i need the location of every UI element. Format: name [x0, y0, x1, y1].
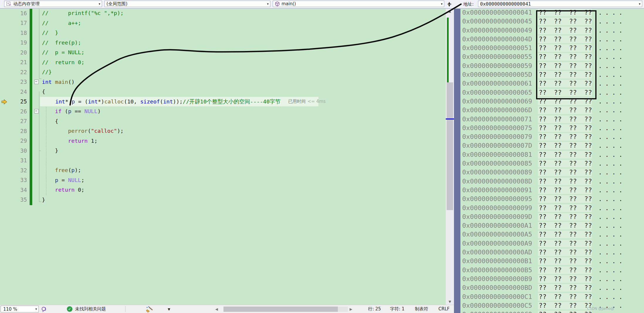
memory-bytes[interactable]: ?? ?? ?? ?? [538, 44, 592, 52]
status-tabs-indicator[interactable]: 制表符 [415, 306, 428, 312]
scroll-right-icon[interactable]: ▶ [350, 307, 352, 311]
code-text[interactable]: // printf("%c ",*p); [40, 8, 123, 18]
memory-bytes[interactable]: ?? ?? ?? ?? [538, 142, 592, 149]
code-text[interactable]: // a++; [40, 18, 81, 28]
memory-row[interactable]: 0x0000000000000069?? ?? ?? ??.... [460, 97, 644, 106]
memory-row[interactable]: 0x0000000000000099?? ?? ?? ??.... [460, 204, 644, 212]
code-line-32[interactable]: 32 free(p); [0, 165, 446, 175]
memory-row[interactable]: 0x00000000000000C5?? ?? ?? ??.... [460, 301, 644, 310]
code-line-30[interactable]: 30 } [0, 146, 446, 156]
code-line-34[interactable]: 34 return 0; [0, 185, 446, 195]
memory-row[interactable]: 0x0000000000000071?? ?? ?? ??.... [460, 115, 644, 124]
code-line-31[interactable]: 31 [0, 156, 446, 166]
memory-bytes[interactable]: ?? ?? ?? ?? [538, 257, 592, 265]
memory-row[interactable]: 0x0000000000000051?? ?? ?? ??.... [460, 44, 644, 52]
code-line-25[interactable]: 25 int* p = (int*)calloc(10, sizeof(int)… [0, 97, 446, 107]
memory-bytes[interactable]: ?? ?? ?? ?? [538, 35, 592, 43]
memory-bytes[interactable]: ?? ?? ?? ?? [538, 18, 592, 25]
code-text[interactable]: // p = NULL; [40, 47, 84, 57]
breakpoint-margin[interactable] [0, 185, 9, 195]
address-combobox[interactable]: 0x0000000000000041 ▾ [478, 1, 642, 7]
memory-row[interactable]: 0x00000000000000B5?? ?? ?? ??.... [460, 266, 644, 275]
memory-row[interactable]: 0x0000000000000075?? ?? ?? ??.... [460, 124, 644, 132]
memory-row[interactable]: 0x000000000000007D?? ?? ?? ??.... [460, 141, 644, 150]
zoom-level-dropdown[interactable]: 110 % ▾ [1, 306, 39, 312]
status-eol-indicator[interactable]: CRLF [438, 306, 450, 312]
code-line-24[interactable]: 24{ [0, 87, 446, 97]
code-text[interactable]: p = NULL; [40, 175, 84, 185]
window-splitter[interactable] [454, 0, 460, 313]
memory-row[interactable]: 0x0000000000000091?? ?? ?? ??.... [460, 186, 644, 195]
code-cleanup-caret-icon[interactable]: ▼ [168, 307, 170, 311]
memory-row[interactable]: 0x000000000000004D?? ?? ?? ??.... [460, 35, 644, 44]
code-line-19[interactable]: 19// free(p); [0, 38, 446, 48]
code-line-23[interactable]: 23int main() [0, 77, 446, 87]
memory-row[interactable]: 0x00000000000000BD?? ?? ?? ??.... [460, 283, 644, 292]
memory-row[interactable]: 0x0000000000000041?? ?? ?? ??.... [460, 8, 644, 17]
code-line-27[interactable]: 27 { [0, 116, 446, 126]
scope-dropdown[interactable]: (全局范围) ▾ [104, 1, 270, 7]
scroll-left-icon[interactable]: ◀ [215, 307, 218, 311]
memory-bytes[interactable]: ?? ?? ?? ?? [538, 266, 592, 274]
memory-row[interactable]: 0x0000000000000079?? ?? ?? ??.... [460, 132, 644, 141]
memory-bytes[interactable]: ?? ?? ?? ?? [538, 240, 592, 247]
memory-bytes[interactable]: ?? ?? ?? ?? [538, 222, 592, 229]
breakpoint-margin[interactable] [0, 87, 9, 97]
breakpoint-margin[interactable] [0, 195, 9, 205]
code-line-29[interactable]: 29 return 1; [0, 136, 446, 146]
horizontal-scrollbar-thumb[interactable] [223, 307, 338, 312]
code-text[interactable]: // return 0; [40, 57, 84, 67]
scroll-down-icon[interactable]: ▼ [446, 300, 454, 304]
memory-bytes[interactable]: ?? ?? ?? ?? [538, 195, 592, 203]
memory-row[interactable]: 0x0000000000000081?? ?? ?? ??.... [460, 150, 644, 159]
breakpoint-margin[interactable] [0, 106, 9, 116]
code-line-28[interactable]: 28 perror("calloc"); [0, 126, 446, 136]
code-text[interactable]: return 1; [40, 136, 97, 146]
perf-tip[interactable]: 已用时间<= 4ms [288, 99, 326, 104]
memory-row[interactable]: 0x0000000000000045?? ?? ?? ??.... [460, 17, 644, 26]
code-text[interactable]: // } [40, 28, 58, 38]
memory-bytes[interactable]: ?? ?? ?? ?? [538, 249, 592, 256]
memory-bytes[interactable]: ?? ?? ?? ?? [538, 9, 592, 16]
memory-bytes[interactable]: ?? ?? ?? ?? [538, 275, 592, 283]
code-line-35[interactable]: 35} [0, 195, 446, 205]
memory-bytes[interactable]: ?? ?? ?? ?? [538, 62, 592, 70]
memory-bytes[interactable]: ?? ?? ?? ?? [538, 80, 592, 87]
memory-bytes[interactable]: ?? ?? ?? ?? [538, 151, 592, 159]
memory-bytes[interactable]: ?? ?? ?? ?? [538, 53, 592, 61]
memory-bytes[interactable]: ?? ?? ?? ?? [538, 213, 592, 221]
memory-row[interactable]: 0x0000000000000059?? ?? ?? ??.... [460, 62, 644, 70]
memory-row[interactable]: 0x00000000000000B1?? ?? ?? ??.... [460, 257, 644, 266]
memory-window[interactable]: 0x0000000000000041?? ?? ?? ??....0x00000… [460, 8, 644, 313]
editor-vertical-scrollbar[interactable]: ▲ ▼ [446, 8, 454, 305]
memory-bytes[interactable]: ?? ?? ?? ?? [538, 311, 592, 313]
memory-row[interactable]: 0x00000000000000A1?? ?? ?? ??.... [460, 221, 644, 230]
collapse-box-icon[interactable] [34, 80, 39, 84]
code-line-18[interactable]: 18// } [0, 28, 446, 38]
memory-bytes[interactable]: ?? ?? ?? ?? [538, 169, 592, 176]
code-text[interactable]: //} [40, 67, 52, 77]
memory-row[interactable]: 0x00000000000000C1?? ?? ?? ??.... [460, 292, 644, 301]
code-line-21[interactable]: 21// return 0; [0, 57, 446, 67]
breakpoint-margin[interactable] [0, 165, 9, 175]
breakpoint-margin[interactable] [0, 57, 9, 67]
scroll-up-icon[interactable]: ▲ [446, 9, 454, 13]
memory-bytes[interactable]: ?? ?? ?? ?? [538, 178, 592, 185]
breakpoint-margin[interactable] [0, 126, 9, 136]
memory-row[interactable]: 0x000000000000008D?? ?? ?? ??.... [460, 177, 644, 186]
memory-row[interactable]: 0x00000000000000A9?? ?? ?? ??.... [460, 239, 644, 248]
memory-bytes[interactable]: ?? ?? ?? ?? [538, 160, 592, 167]
memory-row[interactable]: 0x000000000000006D?? ?? ?? ??.... [460, 106, 644, 115]
breakpoint-margin[interactable] [0, 136, 9, 146]
memory-bytes[interactable]: ?? ?? ?? ?? [538, 89, 592, 96]
code-text[interactable]: } [40, 195, 45, 205]
breakpoint-margin[interactable] [0, 18, 9, 28]
memory-row[interactable]: 0x0000000000000085?? ?? ?? ??.... [460, 159, 644, 168]
memory-bytes[interactable]: ?? ?? ?? ?? [538, 124, 592, 132]
breakpoint-margin[interactable] [0, 156, 9, 166]
function-dropdown[interactable]: main() ▾ [273, 1, 444, 7]
memory-bytes[interactable]: ?? ?? ?? ?? [538, 27, 592, 34]
code-text[interactable]: if (p == NULL) [40, 106, 101, 116]
horizontal-scrollbar[interactable] [223, 307, 348, 312]
code-text[interactable]: { [40, 116, 58, 126]
